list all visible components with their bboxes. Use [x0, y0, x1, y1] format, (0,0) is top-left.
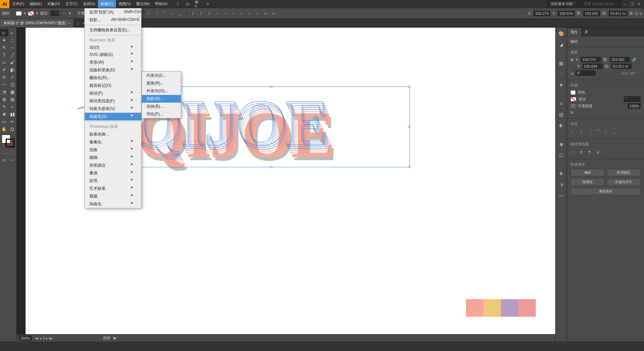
ps-blur[interactable]: 模糊 [85, 154, 141, 162]
color-mode-none[interactable] [11, 151, 14, 154]
align-bottom[interactable]: ▁ [177, 10, 184, 16]
panel-fill-swatch[interactable]: ? [570, 90, 576, 95]
p-align-t[interactable]: ▔ [595, 129, 601, 135]
ai-pathfinder[interactable]: 路径查找器(F) [85, 97, 141, 105]
color-panel-icon[interactable]: 🎨 [558, 30, 565, 37]
transparency-icon[interactable]: ◐ [558, 122, 565, 129]
p-align-l[interactable]: ▏ [570, 129, 576, 135]
align-hcenter[interactable]: ┼ [145, 10, 151, 16]
status-play-icon[interactable]: ▶ [114, 336, 116, 340]
close-tab-icon[interactable]: × [68, 21, 70, 25]
effect-raster-settings[interactable]: 文档栅格效果设置(E)... [85, 26, 141, 34]
artboards-icon[interactable]: ▭ [558, 192, 565, 199]
edit-toolbar[interactable]: ⋯ [8, 156, 17, 164]
slice-tool[interactable]: ✂ [8, 118, 17, 125]
panel-x[interactable] [581, 57, 601, 62]
stroke-color[interactable] [6, 139, 14, 147]
eyedropper-tool[interactable]: ✎ [0, 103, 8, 110]
quick-isolate[interactable]: 隔离组 [570, 178, 605, 186]
h-field[interactable]: 53.911 m [609, 11, 628, 16]
stroke-weight[interactable]: ˅ [50, 10, 59, 16]
crop-icon[interactable]: ◫ [635, 11, 638, 15]
appearance-more-icon[interactable]: ⋯ [637, 110, 641, 114]
align-top[interactable]: ▔ [161, 10, 167, 16]
more-options-icon[interactable]: ⋯ [637, 71, 641, 75]
ps-distort[interactable]: 扭曲 [85, 146, 141, 154]
paintbrush-tool[interactable]: 🖌 [8, 59, 17, 66]
menu-select[interactable]: 选择(S) [80, 0, 98, 8]
stock-icon[interactable]: St [185, 1, 190, 7]
dist-3[interactable]: ┃ [206, 10, 212, 16]
align-to-icon[interactable]: ⊞ [630, 11, 633, 15]
free-transform-tool[interactable]: ◫ [8, 81, 17, 88]
stylize-inner-glow[interactable]: 内发光(I)... [142, 72, 181, 79]
rectangle-tool[interactable]: ▭ [0, 59, 8, 66]
shape-builder-tool[interactable]: ◔ [0, 88, 8, 96]
pen-tool[interactable]: ✎ [0, 44, 8, 51]
quick-group[interactable]: 编组 [570, 169, 605, 176]
stylize-scribble[interactable]: 涂抹(B)... [142, 103, 181, 110]
dist-5[interactable]: ━ [222, 10, 228, 16]
ai-warp[interactable]: 变形(W) [85, 59, 141, 66]
y-field[interactable]: 100.834 [558, 11, 574, 16]
fx-label[interactable]: fx. [570, 110, 574, 114]
pf-more-icon[interactable]: ⋯ [637, 149, 641, 155]
dist-4[interactable]: ━ [214, 10, 220, 16]
asset-export-icon[interactable]: ⇲ [558, 181, 565, 188]
type-tool[interactable]: T [0, 51, 8, 59]
symbols-icon[interactable]: ♣ [558, 81, 565, 88]
selection-tool[interactable]: ▷ [0, 29, 8, 36]
color-mode-gradient[interactable] [7, 151, 10, 154]
graphic-styles-icon[interactable]: ◫ [558, 151, 565, 158]
eraser-tool[interactable]: ◧ [8, 66, 17, 73]
brush-def[interactable]: — [61, 10, 67, 16]
direct-selection-tool[interactable]: ▹ [8, 29, 17, 36]
stroke-panel-icon[interactable]: ≡ [558, 100, 565, 107]
pf-minus[interactable]: ◧ [578, 149, 585, 155]
tab-properties[interactable]: 属性 [567, 28, 581, 36]
dist-8[interactable]: ┼ [246, 10, 252, 16]
stylize-drop-shadow[interactable]: 投影(D)... [142, 95, 181, 103]
ai-svg[interactable]: SVG 滤镜(G) [85, 51, 141, 59]
shaper-tool[interactable]: ✐ [0, 66, 8, 73]
artboard-nav[interactable]: ⏮ ◀ 1 ▶ ⏭ [35, 336, 52, 340]
ps-sketch[interactable]: 素描 [85, 169, 141, 177]
align-vcenter[interactable]: ┼ [169, 10, 175, 16]
color-mode-fill[interactable] [3, 151, 6, 154]
screen-mode[interactable]: ▭ [0, 156, 8, 164]
symbol-sprayer-tool[interactable]: ❋ [0, 110, 8, 118]
ps-texture[interactable]: 纹理 [85, 177, 141, 185]
p-align-b[interactable]: ▁ [611, 129, 617, 135]
stylize-feather[interactable]: 羽化(F)... [142, 110, 181, 118]
width-tool[interactable]: 〰 [0, 81, 8, 88]
panel-h[interactable] [611, 64, 632, 69]
p-align-vc[interactable]: ┼ [603, 129, 609, 135]
stylize-outer-glow[interactable]: 外发光(O)... [142, 87, 181, 95]
pf-intersect[interactable]: ◩ [587, 149, 593, 155]
dist-10[interactable]: ⊞ [263, 10, 269, 16]
stroke-swatch[interactable] [28, 11, 34, 16]
swatches-icon[interactable]: ▦ [558, 60, 565, 67]
quick-ungroup[interactable]: 取消编组 [607, 169, 641, 176]
window-restore[interactable]: ❐ [629, 2, 635, 6]
blend-tool[interactable]: ⟐ [8, 103, 17, 110]
artboard-tool[interactable]: ▭ [0, 118, 8, 125]
menu-help[interactable]: 帮助(H) [152, 0, 170, 8]
gradient-tool[interactable]: ▤ [8, 96, 17, 103]
ai-convert-shape[interactable]: 转换为形状(V) [85, 105, 141, 113]
ai-3d[interactable]: 3D(3) [85, 44, 141, 51]
hand-tool[interactable]: ✋ [0, 125, 8, 133]
panel-stroke-weight[interactable]: ˅ [624, 96, 641, 102]
scale-tool[interactable]: ⤢ [8, 73, 17, 81]
ref-point-icon[interactable]: ⊞ [570, 58, 573, 62]
ps-pixelate[interactable]: 像素化 [85, 138, 141, 146]
link-wh-icon[interactable]: 🔗 [632, 58, 637, 62]
menu-view[interactable]: 视图(V) [116, 0, 134, 8]
window-close[interactable]: ✕ [636, 2, 641, 6]
fill-swatch[interactable] [16, 11, 22, 16]
panel-menu-icon[interactable]: ≡ [640, 11, 642, 15]
zoom-level[interactable]: 200% [19, 336, 32, 341]
search-stock[interactable]: 搜索 Adobe Stock [581, 0, 621, 7]
brushes-icon[interactable]: ⵘ [558, 71, 565, 77]
menu-effect[interactable]: 效果(C) [98, 0, 116, 8]
